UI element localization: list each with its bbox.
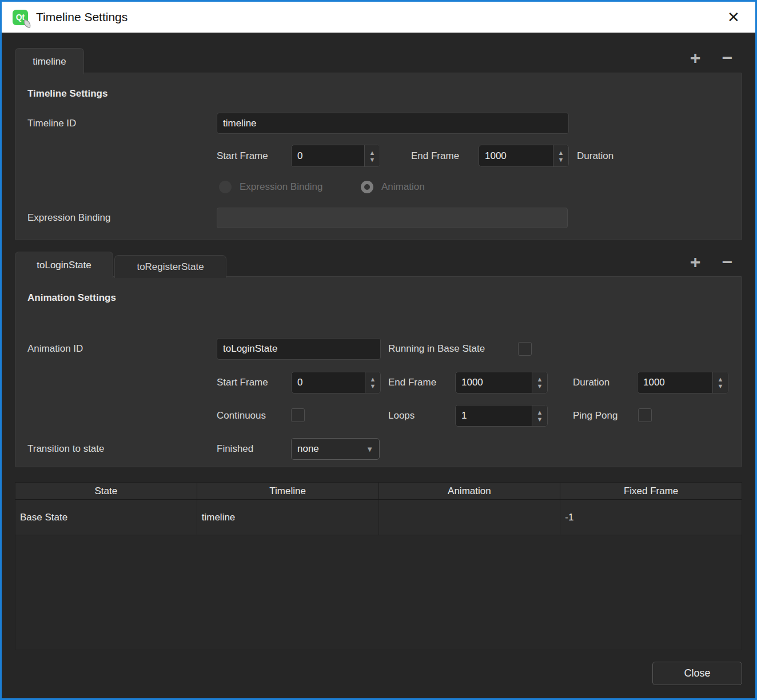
- titlebar: Qt Timeline Settings ✕: [2, 2, 755, 33]
- tab-timeline-label: timeline: [33, 56, 66, 67]
- spin-up-icon[interactable]: ▲: [537, 376, 543, 383]
- tab-toregisterstate-label: toRegisterState: [137, 261, 204, 273]
- anim-end-frame-value: 1000: [456, 372, 532, 393]
- column-header-state[interactable]: State: [15, 483, 197, 499]
- add-animation-button[interactable]: +: [686, 252, 705, 272]
- add-timeline-button[interactable]: +: [686, 48, 705, 67]
- spin-up-icon[interactable]: ▲: [558, 149, 564, 156]
- spin-down-icon[interactable]: ▼: [370, 383, 376, 389]
- end-frame-spinbox[interactable]: 1000 ▲ ▼: [479, 145, 569, 167]
- continuous-label: Continuous: [217, 405, 266, 427]
- tab-timeline[interactable]: timeline: [15, 48, 84, 74]
- loops-spinbox[interactable]: 1 ▲ ▼: [455, 405, 548, 427]
- anim-end-frame-label: End Frame: [388, 372, 436, 393]
- spin-up-icon[interactable]: ▲: [537, 409, 543, 416]
- anim-start-frame-label: Start Frame: [217, 372, 268, 393]
- start-frame-value: 0: [292, 145, 364, 166]
- start-frame-spinbox[interactable]: 0 ▲ ▼: [291, 145, 380, 167]
- cell-animation[interactable]: [379, 500, 561, 535]
- end-frame-value: 1000: [479, 145, 553, 166]
- expression-binding-label: Expression Binding: [27, 208, 111, 228]
- anim-start-frame-spinbox[interactable]: 0 ▲ ▼: [291, 372, 381, 393]
- anim-start-frame-value: 0: [292, 372, 365, 393]
- timeline-id-value: timeline: [223, 118, 257, 129]
- states-table: State Timeline Animation Fixed Frame Bas…: [15, 482, 742, 650]
- running-in-base-state-label: Running in Base State: [388, 338, 485, 360]
- finished-dropdown[interactable]: none ▼: [291, 438, 380, 460]
- close-button[interactable]: Close: [652, 662, 742, 685]
- remove-animation-button[interactable]: −: [718, 252, 737, 272]
- end-frame-label: End Frame: [411, 145, 459, 167]
- states-table-header: State Timeline Animation Fixed Frame: [15, 483, 742, 500]
- column-header-animation[interactable]: Animation: [379, 483, 561, 499]
- loops-spinner-buttons[interactable]: ▲ ▼: [532, 405, 547, 426]
- column-header-timeline[interactable]: Timeline: [197, 483, 379, 499]
- anim-end-frame-spinner-buttons[interactable]: ▲ ▼: [532, 372, 547, 393]
- spin-down-icon[interactable]: ▼: [537, 383, 543, 389]
- animation-radio[interactable]: [361, 181, 373, 193]
- ping-pong-label: Ping Pong: [573, 405, 617, 427]
- continuous-checkbox[interactable]: [291, 408, 305, 422]
- anim-duration-spinner-buttons[interactable]: ▲ ▼: [712, 372, 728, 393]
- anim-duration-label: Duration: [573, 372, 609, 393]
- animation-settings-panel: Animation Settings Animation ID toLoginS…: [15, 276, 742, 467]
- remove-timeline-button[interactable]: −: [718, 48, 737, 67]
- window-close-icon[interactable]: ✕: [720, 2, 747, 33]
- spin-up-icon[interactable]: ▲: [369, 149, 376, 156]
- loops-label: Loops: [388, 405, 415, 427]
- chevron-down-icon: ▼: [366, 445, 373, 454]
- timeline-tab-actions: + −: [686, 48, 737, 67]
- spin-down-icon[interactable]: ▼: [369, 156, 376, 163]
- expression-binding-radio-label: Expression Binding: [240, 181, 323, 193]
- animation-radio-label: Animation: [381, 181, 425, 193]
- finished-label: Finished: [217, 438, 253, 460]
- tab-tologinstate-label: toLoginState: [37, 260, 91, 271]
- anim-start-frame-spinner-buttons[interactable]: ▲ ▼: [365, 372, 380, 393]
- qt-logo-icon: Qt: [13, 10, 28, 25]
- start-frame-spinner-buttons[interactable]: ▲ ▼: [364, 145, 380, 166]
- expression-binding-input[interactable]: [217, 208, 568, 228]
- spin-up-icon[interactable]: ▲: [718, 376, 724, 383]
- timeline-id-label: Timeline ID: [27, 113, 76, 134]
- animation-id-label: Animation ID: [27, 338, 83, 360]
- cell-fixed-frame[interactable]: -1: [560, 500, 742, 535]
- tab-tologinstate[interactable]: toLoginState: [15, 252, 113, 278]
- timeline-settings-heading: Timeline Settings: [27, 88, 107, 100]
- spin-down-icon[interactable]: ▼: [558, 156, 564, 163]
- column-header-fixed-frame[interactable]: Fixed Frame: [560, 483, 742, 499]
- close-button-label: Close: [684, 667, 710, 679]
- anim-duration-spinbox[interactable]: 1000 ▲ ▼: [637, 372, 728, 393]
- anim-end-frame-spinbox[interactable]: 1000 ▲ ▼: [455, 372, 548, 393]
- end-frame-spinner-buttons[interactable]: ▲ ▼: [553, 145, 568, 166]
- loops-value: 1: [456, 405, 532, 426]
- cell-timeline[interactable]: timeline: [197, 500, 379, 535]
- spin-down-icon[interactable]: ▼: [718, 383, 724, 389]
- animation-settings-heading: Animation Settings: [27, 292, 116, 304]
- table-row[interactable]: Base State timeline -1: [15, 500, 742, 535]
- animation-id-input[interactable]: toLoginState: [217, 338, 381, 360]
- start-frame-label: Start Frame: [217, 145, 268, 167]
- duration-label: Duration: [577, 145, 613, 167]
- window-title: Timeline Settings: [36, 10, 128, 24]
- anim-duration-value: 1000: [638, 372, 712, 393]
- running-in-base-state-checkbox[interactable]: [518, 342, 532, 356]
- transition-to-state-label: Transition to state: [27, 438, 105, 460]
- animation-tab-actions: + −: [686, 252, 737, 272]
- timeline-settings-dialog: Qt Timeline Settings ✕ timeline + − Time…: [0, 0, 757, 700]
- ping-pong-checkbox[interactable]: [638, 408, 652, 422]
- spin-down-icon[interactable]: ▼: [537, 416, 543, 423]
- cell-state[interactable]: Base State: [15, 500, 197, 535]
- qt-leaf-icon: [23, 19, 31, 27]
- animation-id-value: toLoginState: [223, 343, 277, 355]
- expression-binding-radio[interactable]: [219, 181, 232, 193]
- finished-dropdown-value: none: [297, 443, 366, 455]
- timeline-id-input[interactable]: timeline: [217, 113, 569, 134]
- timeline-settings-panel: Timeline Settings Timeline ID timeline S…: [15, 73, 742, 240]
- spin-up-icon[interactable]: ▲: [370, 376, 376, 383]
- tab-toregisterstate[interactable]: toRegisterState: [114, 255, 226, 278]
